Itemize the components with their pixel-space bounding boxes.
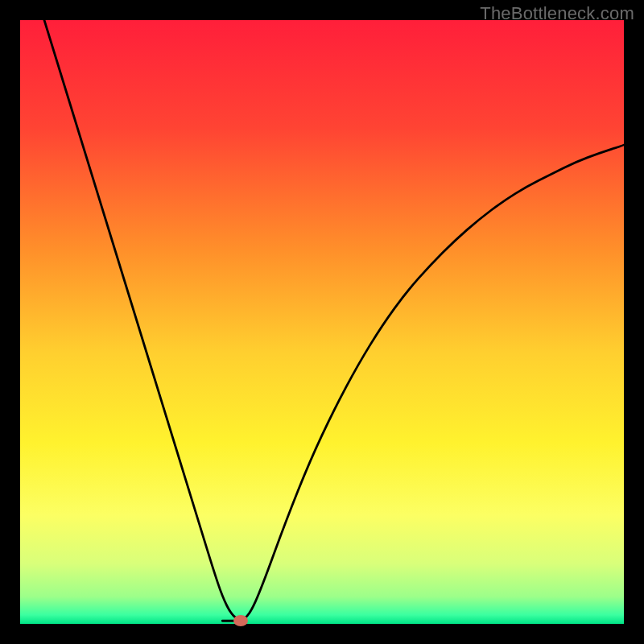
chart-background-gradient	[20, 20, 624, 624]
optimal-point-marker	[233, 615, 248, 626]
chart-plot-area	[20, 20, 624, 624]
svg-rect-0	[20, 20, 624, 624]
